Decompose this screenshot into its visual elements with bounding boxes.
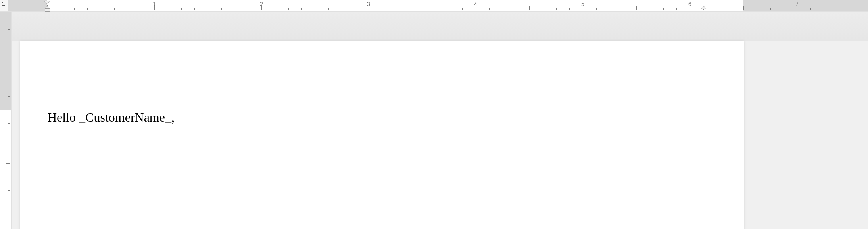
ruler-number: 7 [795,1,799,7]
tab-stop-type-icon[interactable] [1,1,6,6]
editor-top-gutter [12,12,868,41]
vertical-ruler[interactable] [0,12,12,229]
document-body-text[interactable]: Hello _CustomerName_, [48,110,175,125]
horizontal-ruler[interactable]: 1234567 [0,0,868,12]
document-page[interactable]: Hello _CustomerName_, [20,41,744,229]
left-indent-marker[interactable] [44,0,51,12]
ruler-number: 2 [260,1,263,7]
ruler-number: 3 [367,1,370,7]
ruler-number: 6 [688,1,691,7]
ruler-number: 5 [581,1,584,7]
ruler-number: 4 [474,1,477,7]
right-indent-marker[interactable] [700,0,707,12]
ruler-number: 1 [153,1,156,7]
